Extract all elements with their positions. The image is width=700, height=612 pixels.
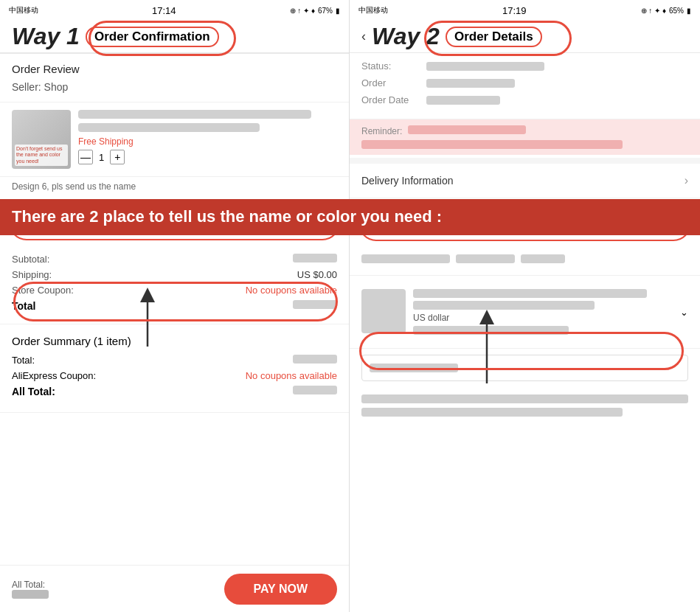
battery-right: ⊕ ↑ ✦ ♦ 65% ▮ (641, 7, 691, 15)
qty-number: 1 (99, 152, 104, 163)
order-label: Order (361, 77, 420, 88)
free-shipping-label: Free Shipping (78, 136, 337, 147)
reminder-blur-1 (408, 125, 526, 134)
aliexpress-coupon-value[interactable]: No coupons available (246, 370, 337, 381)
right-blur-row-1 (361, 254, 450, 263)
order-summary-section: Order Summary (1 item) Total: AliExpress… (0, 324, 349, 413)
order-value-blur (426, 79, 515, 88)
input-box[interactable] (361, 355, 688, 381)
back-icon-right[interactable]: ‹ (361, 29, 366, 44)
pay-now-button[interactable]: PAY NOW (224, 574, 338, 605)
delivery-chevron-icon: › (685, 174, 688, 187)
product-info: Free Shipping — 1 + (78, 110, 337, 169)
seller-row: Seller: Shop (12, 81, 337, 93)
status-label: Status: (361, 60, 420, 72)
product-image-inner: Don't forget send us the name and color … (12, 110, 71, 169)
nav-title-left: Order Confirmation (86, 27, 219, 47)
way-label-right: Way 2 (372, 23, 440, 50)
right-product-info: US dollar (413, 289, 673, 335)
nav-title-right: Order Details (446, 27, 542, 47)
all-total-label: All Total: (12, 386, 55, 397)
store-coupon-row: Store Coupon: No coupons available (12, 285, 337, 296)
order-summary-title: Order Summary (1 item) (12, 335, 337, 347)
summary-total-row: Total: (12, 355, 337, 366)
time-left: 17:14 (152, 5, 176, 16)
right-product-blur-1 (413, 289, 647, 298)
product-row: Don't forget send us the name and color … (0, 102, 349, 177)
product-image-text: Don't forget send us the name and color … (15, 145, 68, 166)
right-blur-row-2 (456, 254, 515, 263)
delivery-label: Delivery Information (361, 175, 454, 187)
total-row: Total (12, 300, 337, 312)
right-blur-row-3 (521, 254, 565, 263)
bottom-blur-2 (361, 408, 623, 417)
pay-bar: All Total: PAY NOW (0, 565, 349, 612)
overlay-text: There are 2 place to tell us the name or… (0, 199, 700, 235)
reminder-label: Reminder: (361, 126, 402, 136)
all-total-row: All Total: (12, 386, 337, 397)
product-name-blur-2 (78, 123, 260, 132)
order-row: Order (361, 77, 688, 88)
qty-control: — 1 + (78, 150, 337, 164)
right-blur-section (350, 247, 700, 276)
store-coupon-value[interactable]: No coupons available (246, 285, 337, 296)
bottom-blur-1 (361, 394, 688, 403)
delivery-information-row[interactable]: Delivery Information › (350, 164, 700, 198)
product-image: Don't forget send us the name and color … (12, 110, 71, 169)
order-date-value-blur (426, 96, 500, 105)
total-value (293, 300, 337, 309)
qty-plus-btn[interactable]: + (110, 150, 125, 164)
carrier-left: 中国移动 (9, 5, 38, 15)
right-status-section: Status: Order Order Date (350, 53, 700, 119)
shipping-label: Shipping: (12, 269, 52, 280)
right-product-image (361, 289, 406, 333)
right-product-blur-2 (413, 301, 595, 310)
phone-left: 中国移动 17:14 ⊕ ↑ ✦ ♦ 67% ▮ Way 1 Order Con… (0, 0, 350, 612)
dropdown-chevron-icon: ⌄ (680, 307, 688, 318)
reminder-blur-2 (361, 140, 623, 149)
nav-bar-left: Way 1 Order Confirmation (0, 21, 349, 53)
bottom-blur-section (350, 387, 700, 424)
qty-minus-btn[interactable]: — (78, 150, 93, 164)
status-bar-right: 中国移动 17:19 ⊕ ↑ ✦ ♦ 65% ▮ (350, 0, 700, 21)
subtotal-label: Subtotal: (12, 254, 49, 265)
status-bar-left: 中国移动 17:14 ⊕ ↑ ✦ ♦ 67% ▮ (0, 0, 349, 21)
right-dropdown[interactable]: ⌄ (680, 289, 688, 335)
way-label-left: Way 1 (12, 23, 80, 50)
status-value-blur (426, 62, 544, 71)
product-name-blur-1 (78, 110, 311, 119)
main-container: 中国移动 17:14 ⊕ ↑ ✦ ♦ 67% ▮ Way 1 Order Con… (0, 0, 700, 612)
pay-amount-blur (12, 590, 49, 599)
aliexpress-coupon-label: AliExpress Coupon: (12, 370, 96, 381)
pay-total-amount (12, 590, 49, 599)
order-date-label: Order Date (361, 94, 420, 105)
pay-bar-total: All Total: (12, 580, 49, 599)
time-right: 17:19 (502, 5, 527, 16)
shipping-row: Shipping: US $0.00 (12, 269, 337, 280)
status-row: Status: (361, 60, 688, 72)
aliexpress-coupon-row: AliExpress Coupon: No coupons available (12, 370, 337, 381)
reminder-row: Reminder: (350, 119, 700, 155)
total-label: Total (12, 300, 35, 312)
nav-bar-right: ‹ Way 2 Order Details (350, 21, 700, 53)
input-blur (370, 364, 458, 372)
order-date-row: Order Date (361, 94, 688, 105)
summary-total-label: Total: (12, 355, 35, 366)
battery-left: ⊕ ↑ ✦ ♦ 67% ▮ (290, 7, 340, 15)
right-product-section: US dollar ⌄ (350, 276, 700, 349)
all-total-value (293, 386, 337, 394)
carrier-right: 中国移动 (358, 5, 388, 15)
phone-right: 中国移动 17:19 ⊕ ↑ ✦ ♦ 65% ▮ ‹ Way 2 Order D… (350, 0, 700, 612)
price-section: Subtotal: Shipping: US $0.00 Store Coupo… (0, 246, 349, 324)
subtotal-row: Subtotal: (12, 254, 337, 265)
right-product-item: US dollar ⌄ (361, 283, 688, 341)
order-review-title: Order Review (12, 63, 337, 75)
design-note: Design 6, pls send us the name (0, 177, 349, 199)
us-dollar-label: US dollar (413, 313, 673, 323)
right-product-blur-3 (413, 326, 569, 335)
summary-total-value (293, 355, 337, 364)
order-review-section: Order Review Seller: Shop (0, 54, 349, 102)
subtotal-value (293, 254, 337, 262)
store-coupon-label: Store Coupon: (12, 285, 74, 296)
shipping-value: US $0.00 (297, 269, 337, 280)
